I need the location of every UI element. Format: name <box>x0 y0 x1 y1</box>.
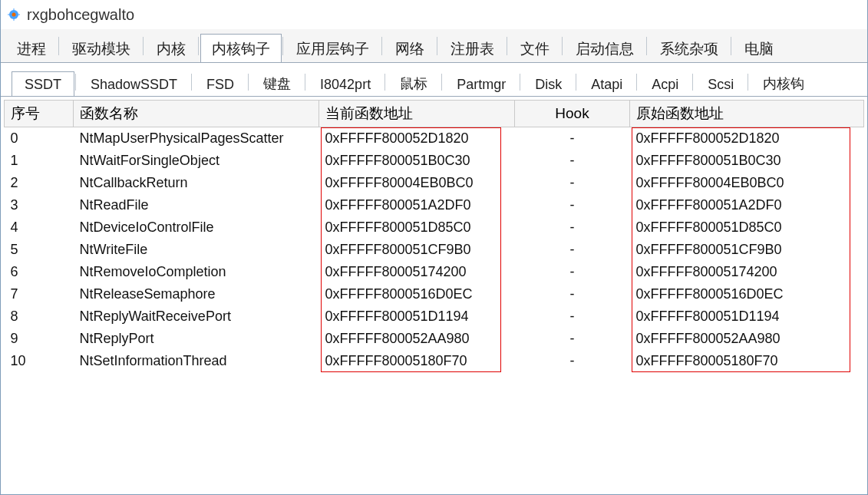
cell-hook: - <box>515 350 630 372</box>
cell-index: 0 <box>5 127 74 150</box>
subtab-2[interactable]: FSD <box>193 71 247 96</box>
subtab-8[interactable]: Atapi <box>578 71 635 96</box>
cell-index: 3 <box>5 194 74 216</box>
cell-name: NtCallbackReturn <box>74 172 319 194</box>
app-icon <box>7 8 21 21</box>
tab-7[interactable]: 文件 <box>509 34 561 62</box>
tab-separator <box>437 37 437 55</box>
cell-current: 0xFFFFF800051D85C0 <box>319 216 515 239</box>
tab-8[interactable]: 启动信息 <box>564 34 645 62</box>
cell-hook: - <box>515 127 630 150</box>
subtab-3[interactable]: 键盘 <box>250 69 304 96</box>
table-row[interactable]: 1NtWaitForSingleObject0xFFFFF800051B0C30… <box>5 150 864 172</box>
cell-hook: - <box>515 305 630 328</box>
cell-name: NtReplyPort <box>74 328 319 350</box>
table-row[interactable]: 2NtCallbackReturn0xFFFFF80004EB0BC0-0xFF… <box>5 172 864 194</box>
table-row[interactable]: 7NtReleaseSemaphore0xFFFFF8000516D0EC-0x… <box>5 283 864 305</box>
cell-hook: - <box>515 261 630 283</box>
tab-separator <box>282 37 283 55</box>
cell-hook: - <box>515 328 630 350</box>
subtab-10[interactable]: Scsi <box>695 71 747 96</box>
cell-index: 2 <box>5 172 74 194</box>
subtab-separator <box>576 74 576 91</box>
table-row[interactable]: 10NtSetInformationThread0xFFFFF80005180F… <box>5 350 864 372</box>
table-wrap: 序号 函数名称 当前函数地址 Hook 原始函数地址 0NtMapUserPhy… <box>1 97 867 494</box>
subtab-1[interactable]: ShadowSSDT <box>78 71 190 96</box>
cell-index: 1 <box>5 150 74 172</box>
table-row[interactable]: 5NtWriteFile0xFFFFF800051CF9B0-0xFFFFF80… <box>5 239 864 261</box>
subtab-separator <box>692 74 693 91</box>
subtab-11[interactable]: 内核钩 <box>750 69 817 96</box>
subtab-separator <box>636 74 637 91</box>
subtab-separator <box>75 74 76 91</box>
tab-5[interactable]: 网络 <box>384 34 436 62</box>
cell-name: NtWriteFile <box>74 239 319 261</box>
table-body: 0NtMapUserPhysicalPagesScatter0xFFFFF800… <box>5 127 864 373</box>
cell-current: 0xFFFFF8000516D0EC <box>319 283 515 305</box>
tab-10[interactable]: 电脑 <box>733 34 785 62</box>
table-row[interactable]: 9NtReplyPort0xFFFFF800052AA980-0xFFFFF80… <box>5 328 864 350</box>
cell-hook: - <box>515 283 630 305</box>
ssdt-table: 序号 函数名称 当前函数地址 Hook 原始函数地址 0NtMapUserPhy… <box>4 100 864 372</box>
table-row[interactable]: 0NtMapUserPhysicalPagesScatter0xFFFFF800… <box>5 127 864 150</box>
cell-current: 0xFFFFF800052AA980 <box>319 328 515 350</box>
cell-original: 0xFFFFF800051A2DF0 <box>630 194 864 216</box>
cell-current: 0xFFFFF80004EB0BC0 <box>319 172 515 194</box>
col-header-index[interactable]: 序号 <box>5 101 74 127</box>
cell-original: 0xFFFFF80004EB0BC0 <box>630 172 864 194</box>
col-header-original[interactable]: 原始函数地址 <box>630 101 864 127</box>
subtab-0[interactable]: SSDT <box>12 71 74 97</box>
tab-2[interactable]: 内核 <box>145 34 197 62</box>
cell-original: 0xFFFFF800051D1194 <box>630 305 864 328</box>
table-row[interactable]: 3NtReadFile0xFFFFF800051A2DF0-0xFFFFF800… <box>5 194 864 216</box>
cell-original: 0xFFFFF800052D1820 <box>630 127 864 150</box>
tab-4[interactable]: 应用层钩子 <box>285 34 381 62</box>
cell-current: 0xFFFFF800051CF9B0 <box>319 239 515 261</box>
col-header-current[interactable]: 当前函数地址 <box>319 101 515 127</box>
tab-separator <box>507 37 507 55</box>
table-row[interactable]: 4NtDeviceIoControlFile0xFFFFF800051D85C0… <box>5 216 864 239</box>
col-header-name[interactable]: 函数名称 <box>74 101 319 127</box>
tab-separator <box>143 37 144 55</box>
tab-6[interactable]: 注册表 <box>439 34 506 62</box>
cell-current: 0xFFFFF80005174200 <box>319 261 515 283</box>
tab-separator <box>646 37 647 55</box>
cell-name: NtReleaseSemaphore <box>74 283 319 305</box>
cell-current: 0xFFFFF800051D1194 <box>319 305 515 328</box>
tabs-sub: SSDTShadowSSDTFSD键盘I8042prt鼠标PartmgrDisk… <box>1 63 867 97</box>
tab-3[interactable]: 内核钩子 <box>200 34 282 63</box>
subtab-separator <box>248 74 249 91</box>
app-window: rxgbohcegwalto 进程驱动模块内核内核钩子应用层钩子网络注册表文件启… <box>0 0 868 495</box>
cell-original: 0xFFFFF80005180F70 <box>630 350 864 372</box>
subtab-9[interactable]: Acpi <box>639 71 691 96</box>
subtab-separator <box>384 74 385 91</box>
cell-current: 0xFFFFF800051B0C30 <box>319 150 515 172</box>
subtab-separator <box>191 74 192 91</box>
titlebar: rxgbohcegwalto <box>1 0 867 29</box>
col-header-hook[interactable]: Hook <box>515 101 630 127</box>
subtab-6[interactable]: Partmgr <box>444 71 519 96</box>
tab-1[interactable]: 驱动模块 <box>61 34 142 62</box>
cell-index: 6 <box>5 261 74 283</box>
table-row[interactable]: 8NtReplyWaitReceivePort0xFFFFF800051D119… <box>5 305 864 328</box>
table-area: 序号 函数名称 当前函数地址 Hook 原始函数地址 0NtMapUserPhy… <box>4 100 864 372</box>
tab-9[interactable]: 系统杂项 <box>649 34 730 62</box>
cell-hook: - <box>515 216 630 239</box>
cell-hook: - <box>515 239 630 261</box>
subtab-separator <box>441 74 442 91</box>
cell-original: 0xFFFFF80005174200 <box>630 261 864 283</box>
cell-current: 0xFFFFF800051A2DF0 <box>319 194 515 216</box>
cell-index: 9 <box>5 328 74 350</box>
tab-separator <box>731 37 731 55</box>
cell-original: 0xFFFFF800052AA980 <box>630 328 864 350</box>
subtab-7[interactable]: Disk <box>522 71 575 96</box>
subtab-4[interactable]: I8042prt <box>307 71 384 96</box>
table-row[interactable]: 6NtRemoveIoCompletion0xFFFFF80005174200-… <box>5 261 864 283</box>
cell-name: NtReplyWaitReceivePort <box>74 305 319 328</box>
tab-0[interactable]: 进程 <box>5 34 58 62</box>
table-header-row: 序号 函数名称 当前函数地址 Hook 原始函数地址 <box>5 101 864 127</box>
cell-index: 7 <box>5 283 74 305</box>
cell-original: 0xFFFFF800051D85C0 <box>630 216 864 239</box>
subtab-5[interactable]: 鼠标 <box>387 69 441 96</box>
svg-point-1 <box>12 13 16 17</box>
